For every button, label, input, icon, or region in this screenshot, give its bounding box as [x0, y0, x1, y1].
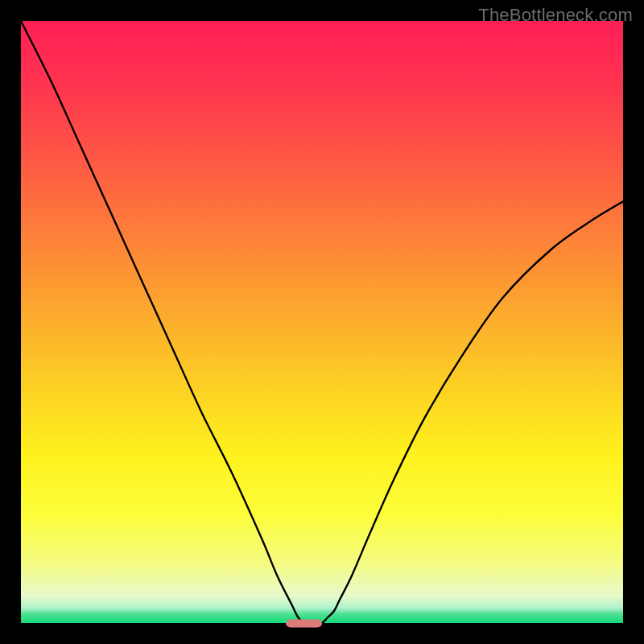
optimal-marker: [286, 620, 322, 628]
bottleneck-chart: TheBottleneck.com: [0, 0, 644, 644]
plot-area: [21, 21, 623, 623]
chart-canvas: [0, 0, 644, 644]
watermark-text: TheBottleneck.com: [478, 5, 633, 26]
